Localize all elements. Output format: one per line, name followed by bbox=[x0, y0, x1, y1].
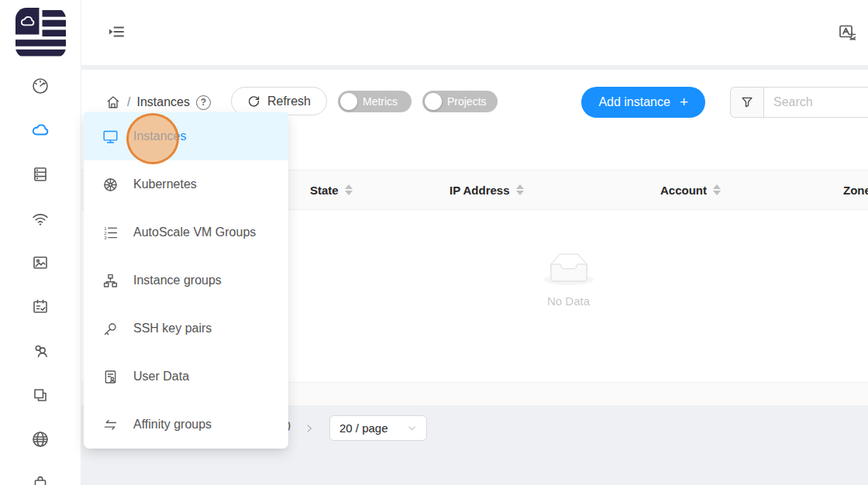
plus-icon: + bbox=[680, 94, 688, 111]
storage-icon[interactable] bbox=[31, 165, 50, 184]
events-icon[interactable] bbox=[31, 298, 50, 316]
user-file-icon bbox=[102, 369, 119, 385]
key-icon bbox=[102, 321, 119, 337]
column-header-zone[interactable]: Zone bbox=[843, 184, 868, 197]
column-header-ip-address[interactable]: IP Address bbox=[450, 184, 660, 197]
page-size-value: 20 / page bbox=[339, 421, 388, 435]
ordered-list-icon: 123 bbox=[102, 225, 119, 241]
sidebar-nav bbox=[31, 77, 50, 485]
no-data-text: No Data bbox=[544, 294, 594, 308]
main-area: / Instances ? Refresh Metrics Pro bbox=[81, 0, 868, 485]
menu-item-instances[interactable]: Instances bbox=[84, 112, 288, 160]
menu-item-autoscale-vm-groups[interactable]: 123 AutoScale VM Groups bbox=[84, 208, 288, 256]
network-icon[interactable] bbox=[31, 209, 50, 228]
next-page-button[interactable] bbox=[300, 418, 319, 439]
refresh-button[interactable]: Refresh bbox=[231, 87, 327, 115]
column-header-account[interactable]: Account bbox=[660, 184, 843, 197]
breadcrumb-separator: / bbox=[127, 95, 130, 109]
accounts-icon[interactable] bbox=[31, 342, 50, 360]
sorter-icon[interactable] bbox=[713, 184, 721, 195]
sorter-icon[interactable] bbox=[345, 184, 353, 195]
help-icon[interactable]: ? bbox=[196, 95, 211, 110]
sidebar bbox=[0, 0, 81, 485]
page-size-select[interactable]: 20 / page bbox=[329, 415, 427, 441]
toggle-knob bbox=[425, 93, 442, 110]
search-group bbox=[730, 87, 868, 118]
dashboard-icon[interactable] bbox=[31, 77, 50, 95]
menu-item-user-data[interactable]: User Data bbox=[84, 353, 288, 401]
cloudstack-app: / Instances ? Refresh Metrics Pro bbox=[0, 0, 868, 485]
toggle-knob bbox=[340, 93, 357, 110]
breadcrumb-current[interactable]: Instances bbox=[136, 95, 189, 109]
topbar bbox=[81, 0, 868, 65]
empty-inbox-icon bbox=[544, 253, 594, 285]
kubernetes-wheel-icon bbox=[102, 177, 119, 193]
refresh-icon bbox=[247, 95, 260, 108]
sorter-icon[interactable] bbox=[516, 184, 524, 195]
compute-cloud-icon[interactable] bbox=[31, 121, 50, 139]
refresh-label: Refresh bbox=[267, 95, 311, 108]
menu-unfold-icon[interactable] bbox=[107, 23, 126, 42]
menu-item-affinity-groups[interactable]: Affinity groups bbox=[84, 401, 288, 449]
infrastructure-icon[interactable] bbox=[31, 474, 50, 485]
menu-item-instance-groups[interactable]: Instance groups bbox=[84, 256, 288, 304]
svg-text:3: 3 bbox=[104, 234, 107, 239]
chevron-down-icon bbox=[407, 423, 417, 433]
projects-icon[interactable] bbox=[31, 386, 50, 404]
add-instance-label: Add instance bbox=[598, 95, 670, 109]
projects-toggle-label: Projects bbox=[447, 95, 487, 108]
home-icon[interactable] bbox=[105, 95, 121, 110]
metrics-toggle-label: Metrics bbox=[363, 95, 398, 108]
menu-item-kubernetes[interactable]: Kubernetes bbox=[84, 160, 288, 208]
desktop-icon bbox=[102, 129, 119, 145]
swap-arrows-icon bbox=[102, 417, 119, 433]
filter-funnel-icon bbox=[740, 95, 754, 109]
cloudstack-logo[interactable] bbox=[16, 8, 66, 58]
column-header-state[interactable]: State bbox=[310, 184, 450, 197]
metrics-toggle[interactable]: Metrics bbox=[338, 91, 412, 112]
sitemap-icon bbox=[102, 273, 119, 289]
filter-button[interactable] bbox=[730, 87, 764, 118]
translation-icon[interactable] bbox=[839, 23, 857, 42]
empty-state: No Data bbox=[544, 253, 594, 308]
images-icon[interactable] bbox=[31, 253, 50, 272]
add-instance-button[interactable]: Add instance + bbox=[581, 87, 705, 118]
chevron-right-icon bbox=[305, 424, 314, 433]
menu-item-ssh-key-pairs[interactable]: SSH key pairs bbox=[84, 304, 288, 353]
search-input[interactable] bbox=[764, 87, 868, 118]
domains-icon[interactable] bbox=[31, 430, 50, 449]
projects-toggle[interactable]: Projects bbox=[422, 91, 498, 112]
compute-dropdown-menu: Instances Kubernetes 123 AutoScale VM Gr… bbox=[84, 112, 288, 449]
